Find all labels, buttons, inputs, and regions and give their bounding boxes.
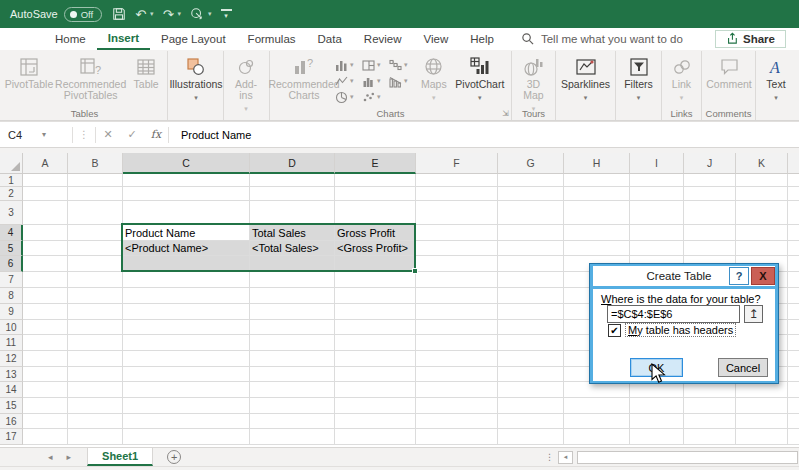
cell-G3[interactable] xyxy=(498,201,564,225)
autosave-toggle[interactable]: Off xyxy=(64,7,103,22)
cell-E3[interactable] xyxy=(335,201,416,225)
maps-button[interactable]: Maps ▾ xyxy=(416,53,452,104)
cell-E2[interactable] xyxy=(335,187,416,201)
comment-button[interactable]: Comment xyxy=(705,53,753,91)
insert-line-chart-button[interactable]: ▾ xyxy=(335,73,362,89)
cell-F9[interactable] xyxy=(416,304,498,320)
pivottable-button[interactable]: PivotTable xyxy=(5,53,53,91)
cell-I3[interactable] xyxy=(630,201,684,225)
row-header-5[interactable]: 5 xyxy=(0,241,23,256)
cell-C9[interactable] xyxy=(123,304,250,320)
cell-B5[interactable] xyxy=(68,241,123,256)
scroll-left-icon[interactable]: ◂ xyxy=(558,451,573,464)
range-picker-icon[interactable]: ↥ xyxy=(744,305,763,323)
row-header-9[interactable]: 9 xyxy=(0,304,23,320)
sparklines-button[interactable]: Sparklines ▾ xyxy=(559,53,612,104)
cell-G5[interactable] xyxy=(498,241,564,256)
column-header-H[interactable]: H xyxy=(564,153,630,174)
cell-10[interactable] xyxy=(788,320,799,335)
cell-A9[interactable] xyxy=(23,304,68,320)
insert-statistic-chart-button[interactable]: ▾ xyxy=(362,73,389,89)
cell-B13[interactable] xyxy=(68,367,123,382)
cell-K3[interactable] xyxy=(736,201,788,225)
charts-dialog-launcher-icon[interactable]: ⇲ xyxy=(502,109,509,118)
table-button[interactable]: Table xyxy=(128,53,164,91)
row-header-12[interactable]: 12 xyxy=(0,351,23,367)
cell-G8[interactable] xyxy=(498,288,564,304)
cell-I16[interactable] xyxy=(630,414,684,429)
column-header-E[interactable]: E xyxy=(335,153,416,174)
cell-J3[interactable] xyxy=(684,201,736,225)
cell-D9[interactable] xyxy=(250,304,335,320)
row-header-11[interactable]: 11 xyxy=(0,335,23,351)
tab-help[interactable]: Help xyxy=(459,28,505,50)
cell-D4[interactable]: Total Sales xyxy=(250,225,335,241)
cell-I2[interactable] xyxy=(630,187,684,201)
save-icon[interactable] xyxy=(112,7,126,21)
column-header-K[interactable]: K xyxy=(736,153,788,174)
text-button[interactable]: A Text ▾ xyxy=(759,53,793,104)
name-box-caret-icon[interactable]: ▾ xyxy=(22,130,54,139)
cell-1[interactable] xyxy=(788,174,799,187)
cell-9[interactable] xyxy=(788,304,799,320)
cell-6[interactable] xyxy=(788,256,799,272)
row-header-15[interactable]: 15 xyxy=(0,398,23,414)
cell-G17[interactable] xyxy=(498,429,564,445)
cell-15[interactable] xyxy=(788,398,799,414)
cell-17[interactable] xyxy=(788,429,799,445)
illustrations-button[interactable]: Illustrations ▾ xyxy=(171,53,221,104)
cell-C13[interactable] xyxy=(123,367,250,382)
cell-J4[interactable] xyxy=(684,225,736,241)
cell-D17[interactable] xyxy=(250,429,335,445)
cell-F15[interactable] xyxy=(416,398,498,414)
cell-H15[interactable] xyxy=(564,398,630,414)
cell-G11[interactable] xyxy=(498,335,564,351)
cell-4[interactable] xyxy=(788,225,799,241)
cell-E1[interactable] xyxy=(335,174,416,187)
select-all-corner[interactable] xyxy=(0,153,23,174)
cell-C8[interactable] xyxy=(123,288,250,304)
cell-13[interactable] xyxy=(788,367,799,382)
cell-D8[interactable] xyxy=(250,288,335,304)
touch-mouse-mode-icon[interactable] xyxy=(190,7,204,21)
add-ins-button[interactable]: Add-ins ▾ xyxy=(227,53,265,115)
cell-H5[interactable] xyxy=(564,241,630,256)
cell-A16[interactable] xyxy=(23,414,68,429)
cancel-entry-icon[interactable]: ✕ xyxy=(96,128,120,141)
cell-B4[interactable] xyxy=(68,225,123,241)
cell-F5[interactable] xyxy=(416,241,498,256)
cell-D2[interactable] xyxy=(250,187,335,201)
cell-H1[interactable] xyxy=(564,174,630,187)
tab-formulas[interactable]: Formulas xyxy=(237,28,307,50)
cell-F12[interactable] xyxy=(416,351,498,367)
dialog-close-button[interactable]: X xyxy=(751,267,775,285)
cell-B11[interactable] xyxy=(68,335,123,351)
cell-F10[interactable] xyxy=(416,320,498,335)
column-header-F[interactable]: F xyxy=(416,153,498,174)
cell-G7[interactable] xyxy=(498,272,564,288)
formula-content[interactable]: Product Name xyxy=(169,129,251,141)
cell-E10[interactable] xyxy=(335,320,416,335)
cell-H2[interactable] xyxy=(564,187,630,201)
cell-C17[interactable] xyxy=(123,429,250,445)
recommended-pivottables-button[interactable]: ? Recommended PivotTables xyxy=(53,53,128,102)
table-range-input[interactable] xyxy=(607,305,740,323)
cell-B8[interactable] xyxy=(68,288,123,304)
cell-A17[interactable] xyxy=(23,429,68,445)
row-header-14[interactable]: 14 xyxy=(0,382,23,398)
cell-D14[interactable] xyxy=(250,382,335,398)
cell-I1[interactable] xyxy=(630,174,684,187)
cell-G1[interactable] xyxy=(498,174,564,187)
cell-G16[interactable] xyxy=(498,414,564,429)
sheet-tab-sheet1[interactable]: Sheet1 xyxy=(87,448,153,466)
prev-sheet-icon[interactable]: ◂ xyxy=(48,452,53,462)
cell-A10[interactable] xyxy=(23,320,68,335)
cell-8[interactable] xyxy=(788,288,799,304)
cell-H16[interactable] xyxy=(564,414,630,429)
cell-E15[interactable] xyxy=(335,398,416,414)
insert-function-button[interactable]: fx xyxy=(144,128,168,141)
cell-F3[interactable] xyxy=(416,201,498,225)
tab-data[interactable]: Data xyxy=(307,28,353,50)
recommended-charts-button[interactable]: ? Recommended Charts xyxy=(273,53,335,102)
cell-E12[interactable] xyxy=(335,351,416,367)
